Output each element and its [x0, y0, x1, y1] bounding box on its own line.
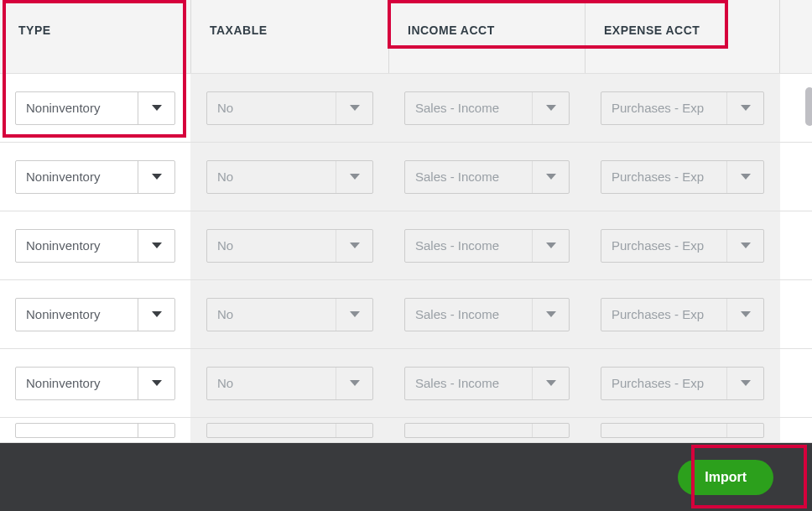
table-header-row: TYPE TAXABLE INCOME ACCT EXPENSE ACCT: [0, 0, 812, 74]
table-row: Noninventory No Sales - Income Purchases: [0, 211, 812, 280]
chevron-down-icon: [336, 368, 372, 399]
table-row: Noninventory No Sales - Income Purchases: [0, 143, 812, 211]
chevron-down-icon: [726, 230, 763, 262]
header-expense: EXPENSE ACCT: [586, 0, 780, 73]
expense-acct-select[interactable]: Purchases - Exp: [601, 229, 764, 263]
chevron-down-icon: [726, 161, 763, 193]
chevron-down-icon: [532, 92, 569, 124]
select-value: Purchases - Exp: [601, 101, 726, 115]
chevron-down-icon: [532, 161, 569, 193]
import-table: TYPE TAXABLE INCOME ACCT EXPENSE ACCT No…: [0, 0, 812, 443]
type-select[interactable]: Noninventory: [15, 160, 175, 194]
select-value: Purchases - Exp: [601, 238, 726, 253]
table-body: Noninventory No Sales - Income Purchases: [0, 74, 812, 443]
chevron-down-icon: [726, 368, 763, 399]
chevron-down-icon: [138, 92, 174, 124]
header-type: TYPE: [0, 0, 191, 73]
footer-bar: Import: [0, 443, 812, 511]
expense-acct-select[interactable]: Purchases - Exp: [601, 367, 764, 400]
select-value: No: [207, 101, 336, 115]
chevron-down-icon: [138, 368, 174, 399]
select-value: Purchases - Exp: [601, 376, 726, 390]
select-value: Sales - Income: [405, 238, 532, 253]
chevron-down-icon: [532, 368, 569, 399]
header-taxable: TAXABLE: [191, 0, 389, 73]
select-value: Sales - Income: [405, 376, 532, 390]
table-row: Noninventory No Sales - Income Purchases: [0, 280, 812, 349]
table-row: [0, 418, 812, 443]
taxable-select[interactable]: No: [206, 91, 373, 125]
income-acct-select[interactable]: Sales - Income: [404, 298, 570, 331]
chevron-down-icon: [336, 230, 372, 262]
chevron-down-icon: [336, 424, 372, 437]
expense-acct-select[interactable]: [601, 423, 764, 438]
select-value: Noninventory: [16, 101, 138, 115]
type-select[interactable]: Noninventory: [15, 367, 175, 400]
table-row: Noninventory No Sales - Income Purchases: [0, 349, 812, 418]
chevron-down-icon: [336, 299, 372, 331]
chevron-down-icon: [532, 230, 569, 262]
select-value: Sales - Income: [405, 169, 532, 184]
chevron-down-icon: [726, 424, 763, 437]
taxable-select[interactable]: No: [206, 160, 373, 194]
select-value: Noninventory: [16, 169, 138, 184]
select-value: Sales - Income: [405, 101, 532, 115]
select-value: Noninventory: [16, 376, 138, 390]
type-select[interactable]: [15, 423, 175, 438]
chevron-down-icon: [138, 424, 174, 437]
select-value: Noninventory: [16, 307, 138, 321]
select-value: Noninventory: [16, 238, 138, 253]
select-value: No: [207, 307, 336, 321]
taxable-select[interactable]: No: [206, 367, 373, 400]
type-select[interactable]: Noninventory: [15, 229, 175, 263]
chevron-down-icon: [726, 299, 763, 331]
expense-acct-select[interactable]: Purchases - Exp: [601, 298, 764, 331]
type-select[interactable]: Noninventory: [15, 298, 175, 331]
taxable-select[interactable]: [206, 423, 373, 438]
scrollbar-thumb[interactable]: [805, 87, 812, 126]
chevron-down-icon: [726, 92, 763, 124]
select-value: No: [207, 238, 336, 253]
income-acct-select[interactable]: Sales - Income: [404, 160, 570, 194]
taxable-select[interactable]: No: [206, 298, 373, 331]
select-value: Sales - Income: [405, 307, 532, 321]
income-acct-select[interactable]: [404, 423, 570, 438]
chevron-down-icon: [532, 424, 569, 437]
select-value: Purchases - Exp: [601, 307, 726, 321]
chevron-down-icon: [138, 299, 174, 331]
income-acct-select[interactable]: Sales - Income: [404, 91, 570, 125]
select-value: No: [207, 376, 336, 390]
header-income: INCOME ACCT: [389, 0, 586, 73]
chevron-down-icon: [138, 230, 174, 262]
type-select[interactable]: Noninventory: [15, 91, 175, 125]
chevron-down-icon: [336, 161, 372, 193]
income-acct-select[interactable]: Sales - Income: [404, 367, 570, 400]
income-acct-select[interactable]: Sales - Income: [404, 229, 570, 263]
expense-acct-select[interactable]: Purchases - Exp: [601, 91, 764, 125]
select-value: Purchases - Exp: [601, 169, 726, 184]
chevron-down-icon: [336, 92, 372, 124]
chevron-down-icon: [138, 161, 174, 193]
select-value: No: [207, 169, 336, 184]
table-row: Noninventory No Sales - Income Purchases: [0, 74, 812, 143]
taxable-select[interactable]: No: [206, 229, 373, 263]
chevron-down-icon: [532, 299, 569, 331]
expense-acct-select[interactable]: Purchases - Exp: [601, 160, 764, 194]
import-button[interactable]: Import: [678, 460, 773, 495]
